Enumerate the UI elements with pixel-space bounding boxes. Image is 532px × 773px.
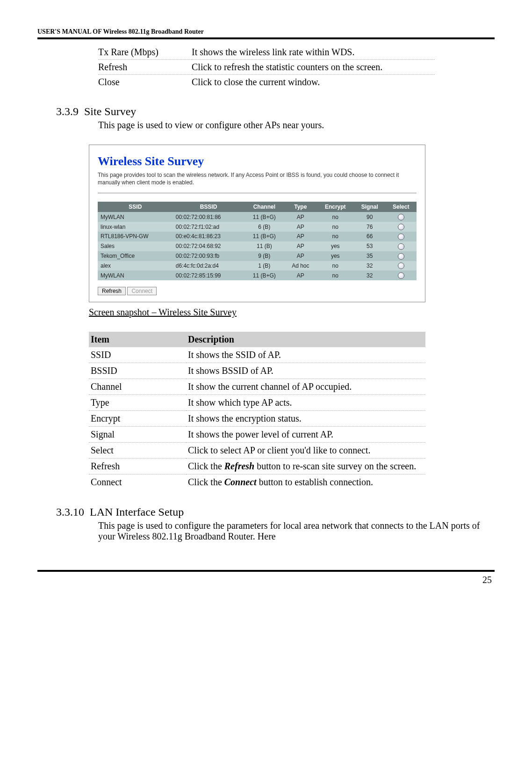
survey-cell: 00:02:72:f1:02:ad: [173, 222, 244, 232]
desc-value: It shows the power level of current AP.: [186, 427, 425, 443]
survey-select-cell: [385, 212, 417, 222]
survey-cell: yes: [316, 251, 354, 261]
connect-button[interactable]: Connect: [127, 287, 157, 295]
survey-cell: 00:e0:4c:81:86:23: [173, 232, 244, 241]
section-number: 3.3.9: [56, 105, 79, 117]
select-radio[interactable]: [398, 224, 404, 230]
survey-cell: no: [316, 212, 354, 222]
survey-select-cell: [385, 232, 417, 241]
survey-cell: alex: [98, 261, 173, 271]
top-defs-table: Tx Rare (Mbps)It shows the wireless link…: [98, 45, 435, 89]
survey-cell: 53: [354, 241, 385, 251]
desc-header-item: Item: [89, 332, 186, 347]
survey-col-header: Channel: [244, 202, 284, 212]
desc-key: SSID: [89, 347, 186, 363]
survey-row: linux-wlan00:02:72:f1:02:ad6 (B)APno76: [98, 222, 417, 232]
survey-cell: no: [316, 270, 354, 280]
desc-key: BSSID: [89, 363, 186, 379]
section-title: Site Survey: [84, 105, 136, 117]
table-row: Tx Rare (Mbps)It shows the wireless link…: [98, 45, 435, 60]
table-row: TypeIt show which type AP acts.: [89, 395, 425, 411]
select-radio[interactable]: [398, 253, 404, 260]
section-site-survey-heading: 3.3.9 Site Survey: [56, 105, 495, 118]
survey-cell: d6:4c:fc:0d:2a:d4: [173, 261, 244, 271]
table-row: EncryptIt shows the encryption status.: [89, 411, 425, 427]
survey-cell: 9 (B): [244, 251, 284, 261]
def-key: Tx Rare (Mbps): [98, 45, 192, 60]
survey-col-header: Type: [284, 202, 316, 212]
inline-bold-italic: Connect: [224, 477, 257, 487]
table-row: ConnectClick the Connect button to estab…: [89, 474, 425, 490]
survey-cell: 00:02:72:00:93:fb: [173, 251, 244, 261]
survey-panel-title: Wireless Site Survey: [98, 154, 417, 168]
desc-key: Encrypt: [89, 411, 186, 427]
survey-select-cell: [385, 241, 417, 251]
screenshot-caption: Screen snapshot – Wireless Site Survey: [89, 307, 495, 318]
def-key: Close: [98, 75, 192, 90]
table-row: ChannelIt show the current channel of AP…: [89, 379, 425, 395]
desc-key: Type: [89, 395, 186, 411]
desc-value: It show the current channel of AP occupi…: [186, 379, 425, 395]
desc-key: Refresh: [89, 459, 186, 474]
select-radio[interactable]: [398, 214, 404, 220]
def-key: Refresh: [98, 60, 192, 75]
survey-cell: 00:02:72:85:15:99: [173, 270, 244, 280]
survey-cell: 32: [354, 270, 385, 280]
table-row: SelectClick to select AP or client you'd…: [89, 443, 425, 459]
survey-cell: AP: [284, 241, 316, 251]
survey-cell: 00:02:72:00:81:86: [173, 212, 244, 222]
table-row: SSIDIt shows the SSID of AP.: [89, 347, 425, 363]
survey-cell: AP: [284, 222, 316, 232]
survey-cell: yes: [316, 241, 354, 251]
desc-value: It shows BSSID of AP.: [186, 363, 425, 379]
def-value: It shows the wireless link rate within W…: [192, 45, 435, 60]
select-radio[interactable]: [398, 263, 404, 269]
desc-value: Click the Refresh button to re-scan site…: [186, 459, 425, 474]
survey-cell: 11 (B+G): [244, 232, 284, 241]
desc-value: Click the Connect button to establish co…: [186, 474, 425, 490]
section-number: 3.3.10: [56, 506, 84, 518]
survey-cell: 35: [354, 251, 385, 261]
survey-row: MyWLAN00:02:72:00:81:8611 (B+G)APno90: [98, 212, 417, 222]
survey-results-table: SSIDBSSIDChannelTypeEncryptSignalSelect …: [98, 202, 417, 280]
survey-cell: Ad hoc: [284, 261, 316, 271]
page-header: USER'S MANUAL OF Wireless 802.11g Broadb…: [37, 28, 495, 39]
select-radio[interactable]: [398, 233, 404, 240]
desc-key: Select: [89, 443, 186, 459]
survey-col-header: BSSID: [173, 202, 244, 212]
desc-header-desc: Description: [186, 332, 425, 347]
survey-cell: AP: [284, 251, 316, 261]
survey-cell: no: [316, 222, 354, 232]
def-value: Click to close the current window.: [192, 75, 435, 90]
survey-cell: 76: [354, 222, 385, 232]
desc-value: Click to select AP or client you'd like …: [186, 443, 425, 459]
refresh-button[interactable]: Refresh: [98, 287, 126, 295]
survey-cell: 11 (B+G): [244, 270, 284, 280]
survey-cell: MyWLAN: [98, 270, 173, 280]
survey-cell: linux-wlan: [98, 222, 173, 232]
survey-select-cell: [385, 270, 417, 280]
wireless-site-survey-panel: Wireless Site Survey This page provides …: [89, 145, 425, 302]
survey-cell: AP: [284, 212, 316, 222]
table-row: RefreshClick to refresh the statistic co…: [98, 60, 435, 75]
select-radio[interactable]: [398, 243, 404, 250]
survey-panel-desc: This page provides tool to scan the wire…: [98, 171, 417, 193]
survey-cell: AP: [284, 232, 316, 241]
survey-row: RTL8186-VPN-GW00:e0:4c:81:86:2311 (B+G)A…: [98, 232, 417, 241]
desc-key: Connect: [89, 474, 186, 490]
select-radio[interactable]: [398, 272, 404, 279]
desc-key: Channel: [89, 379, 186, 395]
survey-row: alexd6:4c:fc:0d:2a:d41 (B)Ad hocno32: [98, 261, 417, 271]
survey-cell: 00:02:72:04:68:92: [173, 241, 244, 251]
survey-select-cell: [385, 222, 417, 232]
table-row: BSSIDIt shows BSSID of AP.: [89, 363, 425, 379]
survey-row: Sales00:02:72:04:68:9211 (B)APyes53: [98, 241, 417, 251]
survey-col-header: Select: [385, 202, 417, 212]
survey-row: Tekom_Office00:02:72:00:93:fb9 (B)APyes3…: [98, 251, 417, 261]
survey-select-cell: [385, 261, 417, 271]
section-site-survey-intro: This page is used to view or configure o…: [98, 120, 495, 131]
survey-cell: 6 (B): [244, 222, 284, 232]
survey-cell: RTL8186-VPN-GW: [98, 232, 173, 241]
section-title: LAN Interface Setup: [90, 506, 184, 518]
survey-cell: Tekom_Office: [98, 251, 173, 261]
